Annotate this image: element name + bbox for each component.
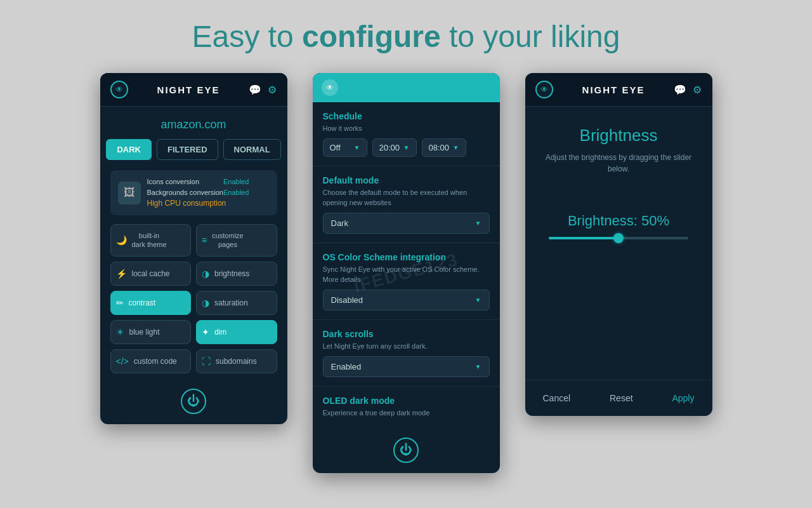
builtin-theme-button[interactable]: 🌙 built-indark theme [110,224,192,257]
dark-scrolls-section: Dark scrolls Let Night Eye turn any scro… [313,320,500,387]
mode-filtered-button[interactable]: FILTERED [157,139,218,160]
moon-icon: 🌙 [116,235,127,245]
sliders-icon: ≡ [202,235,207,245]
mode-dark-button[interactable]: DARK [106,139,152,160]
slider-thumb[interactable] [613,233,624,243]
reset-button[interactable]: Reset [605,389,638,407]
schedule-time2-select[interactable]: 08:00 ▼ [422,138,466,157]
code-icon: </> [116,356,129,366]
header-icons: 💬 ⚙ [249,84,277,96]
chevron-down-icon-4: ▼ [475,220,481,227]
conversion-box: 🖼 Icons conversionEnabled Backgrounds co… [110,170,277,215]
gear-icon-3[interactable]: ⚙ [693,84,702,96]
apply-button[interactable]: Apply [667,389,699,407]
chevron-down-icon-2: ▼ [403,144,410,151]
default-mode-select[interactable]: Dark ▼ [323,213,490,234]
brightness-value: Brightness: 50% [568,213,669,229]
customize-pages-button[interactable]: ≡ customizepages [196,224,277,257]
dark-scrolls-select[interactable]: Enabled ▼ [323,356,490,377]
saturation-icon: ◑ [202,298,209,308]
conversion-icon: 🖼 [118,182,141,204]
default-mode-section: Default mode Choose the default mode to … [313,166,500,243]
chevron-down-icon: ▼ [354,144,360,151]
cancel-button[interactable]: Cancel [538,389,576,407]
subdomains-button[interactable]: ⛶ subdomains [196,349,277,373]
os-color-section: OS Color Scheme integration Sync Night E… [313,243,500,320]
schedule-time1-select[interactable]: 20:00 ▼ [372,138,417,157]
chat-icon-3[interactable]: 💬 [674,84,686,96]
brightness-section: Brightness Adjust the brightness by drag… [525,107,712,380]
panel1-footer: ⏻ [100,378,287,424]
custom-code-button[interactable]: </> custom code [110,349,192,373]
panel-brightness: 👁 NIGHT EYE 💬 ⚙ Brightness Adjust the br… [525,73,712,416]
contrast-icon: ✏ [116,298,124,308]
brightness-icon: ◑ [202,269,209,279]
brightness-title: Brightness [580,126,658,145]
os-color-title: OS Color Scheme integration [323,252,490,262]
mode-normal-button[interactable]: NORMAL [223,139,281,160]
site-name: amazon.com [100,107,287,139]
os-color-select[interactable]: Disabled ▼ [323,290,490,311]
panel3-footer: Cancel Reset Apply [525,380,712,416]
panel2-header: 👁 [313,73,500,102]
chevron-down-icon-5: ▼ [475,297,481,304]
brightness-desc: Adjust the brightness by dragging the sl… [538,152,700,175]
page-title: Easy to configure to your liking [192,19,620,54]
schedule-off-select[interactable]: Off ▼ [323,138,367,157]
bolt-icon: ⚡ [116,269,127,279]
dim-icon: ✦ [202,327,209,337]
logo-icon-3: 👁 [535,81,553,98]
gear-icon[interactable]: ⚙ [268,84,277,96]
oled-title: OLED dark mode [323,396,490,406]
brightness-slider[interactable] [549,237,688,239]
conversion-text: Icons conversionEnabled Backgrounds conv… [147,177,249,209]
saturation-button[interactable]: ◑ saturation [196,291,277,315]
dark-scrolls-title: Dark scrolls [323,329,490,339]
subdomains-icon: ⛶ [202,356,211,366]
bluelight-icon: ☀ [116,327,124,337]
power-button-2[interactable]: ⏻ [393,438,419,463]
panel3-header: 👁 NIGHT EYE 💬 ⚙ [525,73,712,107]
brightness-button[interactable]: ◑ brightness [196,262,277,286]
app-name-1: NIGHT EYE [157,84,220,95]
panels-container: 👁 NIGHT EYE 💬 ⚙ amazon.com DARK FILTERED… [75,73,738,473]
logo-icon-2: 👁 [322,79,338,96]
chevron-down-icon-3: ▼ [453,144,459,151]
default-mode-title: Default mode [323,175,490,185]
schedule-row: Off ▼ 20:00 ▼ 08:00 ▼ [323,138,490,157]
panel-main: 👁 NIGHT EYE 💬 ⚙ amazon.com DARK FILTERED… [100,73,287,424]
local-cache-button[interactable]: ⚡ local cache [110,262,192,286]
chat-icon[interactable]: 💬 [249,84,261,96]
schedule-section: Schedule How it works Off ▼ 20:00 ▼ 08:0… [313,102,500,166]
panel-settings: 👁 Schedule How it works Off ▼ 20:00 ▼ [313,73,500,473]
settings-content: Schedule How it works Off ▼ 20:00 ▼ 08:0… [313,102,500,427]
feature-grid: 🌙 built-indark theme ≡ customizepages ⚡ … [100,224,287,373]
oled-section: OLED dark mode Experience a true deep da… [313,387,500,427]
logo-icon: 👁 [110,81,128,98]
dim-button[interactable]: ✦ dim [196,320,277,344]
app-name-3: NIGHT EYE [582,84,645,95]
panel2-footer: ⏻ [313,427,500,473]
slider-fill [549,237,619,239]
cpu-warn: High CPU consumption [147,197,249,209]
oled-desc: Experience a true deep dark mode [323,408,490,418]
os-color-desc: Sync Night Eye with your active OS Color… [323,265,490,284]
dark-scrolls-desc: Let Night Eye turn any scroll dark. [323,342,490,351]
panel1-header: 👁 NIGHT EYE 💬 ⚙ [100,73,287,107]
contrast-button[interactable]: ✏ contrast [110,291,192,315]
mode-buttons: DARK FILTERED NORMAL [100,139,287,170]
chevron-down-icon-6: ▼ [475,363,481,370]
schedule-title: Schedule [323,111,490,121]
bluelight-button[interactable]: ☀ blue light [110,320,192,344]
schedule-desc: How it works [323,124,490,133]
power-button[interactable]: ⏻ [181,389,206,414]
header-icons-3: 💬 ⚙ [674,84,702,96]
panel-settings-wrap: 👁 Schedule How it works Off ▼ 20:00 ▼ [313,73,500,473]
default-mode-desc: Choose the default mode to be executed w… [323,188,490,208]
